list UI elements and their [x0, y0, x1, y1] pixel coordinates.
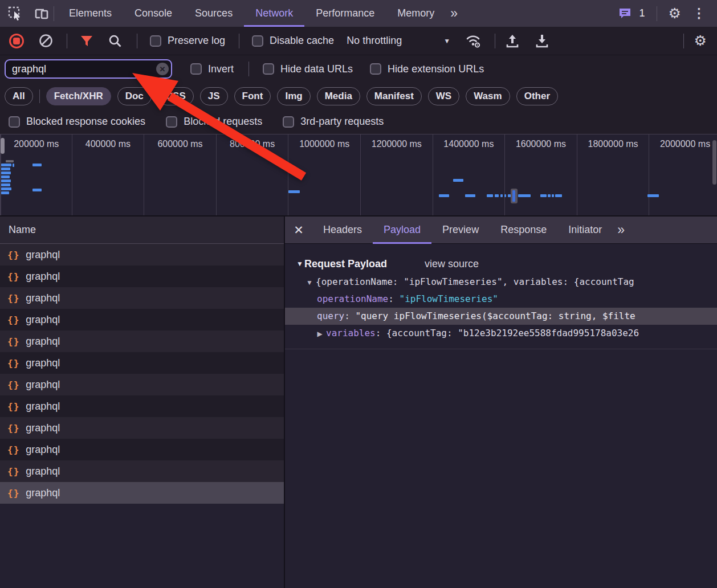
- details-tab-preview[interactable]: Preview: [431, 217, 490, 244]
- json-key: variables: [326, 328, 376, 338]
- tab-elements[interactable]: Elements: [58, 0, 123, 27]
- disable-cache-checkbox[interactable]: Disable cache: [252, 35, 334, 47]
- chip-ws[interactable]: WS: [428, 87, 459, 105]
- more-details-tabs-icon[interactable]: »: [613, 223, 629, 236]
- payload-preview-line[interactable]: ▼{operationName: "ipFlowTimeseries", var…: [285, 273, 717, 291]
- chip-manifest[interactable]: Manifest: [366, 87, 422, 105]
- payload-query-line-selected[interactable]: query: "query ipFlowTimeseries($accountT…: [285, 308, 717, 325]
- request-name: graphql: [26, 357, 60, 369]
- issues-count[interactable]: 1: [639, 7, 645, 19]
- chip-all[interactable]: All: [5, 87, 33, 105]
- filter-funnel-icon[interactable]: [80, 35, 93, 47]
- third-party-requests-checkbox[interactable]: 3rd-party requests: [283, 116, 384, 128]
- checkbox-box[interactable]: [263, 63, 274, 75]
- request-row[interactable]: {}graphql: [0, 460, 284, 482]
- more-tabs-icon[interactable]: »: [446, 7, 462, 20]
- request-row[interactable]: {}graphql: [0, 374, 284, 395]
- chip-img[interactable]: Img: [277, 87, 310, 105]
- payload-pane: ▼ Request Payload view source ▼{operatio…: [285, 244, 717, 349]
- checkbox-box[interactable]: [370, 63, 381, 75]
- chip-media[interactable]: Media: [317, 87, 360, 105]
- json-request-icon: {}: [7, 379, 19, 390]
- chip-other[interactable]: Other: [516, 87, 558, 105]
- search-icon[interactable]: [108, 34, 122, 48]
- json-request-icon: {}: [7, 271, 19, 282]
- tree-expanded-icon[interactable]: ▼: [303, 274, 316, 291]
- name-column-header[interactable]: Name: [0, 217, 284, 244]
- request-row[interactable]: {}graphql: [0, 352, 284, 374]
- waterfall-bar: [552, 194, 554, 197]
- throttling-dropdown[interactable]: No throttling ▼: [347, 35, 450, 47]
- chip-css[interactable]: CSS: [158, 87, 194, 105]
- tree-collapsed-icon[interactable]: ▶: [313, 325, 326, 342]
- checkbox-box[interactable]: [150, 35, 161, 47]
- chip-font[interactable]: Font: [234, 87, 271, 105]
- record-network-log-icon[interactable]: [9, 34, 24, 48]
- more-menu-icon[interactable]: ⋮: [689, 7, 709, 20]
- request-row[interactable]: {}graphql: [0, 287, 284, 309]
- request-row[interactable]: {}graphql: [0, 244, 284, 266]
- checkbox-box[interactable]: [190, 63, 202, 75]
- request-row[interactable]: {}graphql: [0, 417, 284, 439]
- network-overview-timeline[interactable]: 200000 ms 400000 ms 600000 ms 800000 ms …: [0, 134, 717, 217]
- export-har-icon[interactable]: [535, 34, 549, 48]
- tab-sources[interactable]: Sources: [184, 0, 244, 27]
- json-request-icon: {}: [7, 315, 19, 325]
- chip-wasm[interactable]: Wasm: [466, 87, 510, 105]
- checkbox-box[interactable]: [9, 116, 20, 128]
- close-details-icon[interactable]: ✕: [285, 217, 312, 244]
- clear-network-log-icon[interactable]: [39, 34, 53, 48]
- checkbox-box[interactable]: [252, 35, 263, 47]
- issues-message-icon[interactable]: [618, 7, 632, 19]
- details-tab-initiator[interactable]: Initiator: [557, 217, 613, 244]
- tab-performance[interactable]: Performance: [304, 0, 386, 27]
- chip-fetch-xhr[interactable]: Fetch/XHR: [46, 87, 111, 105]
- tab-network[interactable]: Network: [244, 0, 304, 27]
- json-request-icon: {}: [7, 423, 19, 434]
- filter-input[interactable]: [5, 59, 172, 79]
- timeline-scroll-thumb-right[interactable]: [712, 140, 716, 185]
- payload-operation-name-line[interactable]: operationName: "ipFlowTimeseries": [285, 291, 717, 308]
- request-row[interactable]: {}graphql: [0, 266, 284, 287]
- checkbox-box[interactable]: [283, 116, 294, 128]
- preserve-log-checkbox[interactable]: Preserve log: [150, 35, 225, 47]
- request-row[interactable]: {}graphql: [0, 309, 284, 330]
- divider: [657, 6, 657, 21]
- json-key: query: [317, 311, 344, 321]
- section-collapse-icon[interactable]: ▼: [296, 260, 303, 268]
- request-row[interactable]: {}graphql: [0, 439, 284, 460]
- waterfall-bar: [1, 164, 11, 166]
- invert-checkbox[interactable]: Invert: [190, 63, 234, 75]
- network-settings-gear-icon[interactable]: ⚙: [694, 34, 707, 48]
- waterfall-bar: [512, 190, 515, 202]
- divider: [248, 62, 249, 76]
- hide-extension-urls-checkbox[interactable]: Hide extension URLs: [370, 63, 484, 75]
- request-row[interactable]: {}graphql: [0, 395, 284, 417]
- hide-data-urls-checkbox[interactable]: Hide data URLs: [263, 63, 353, 75]
- payload-variables-line[interactable]: ▶variables: {accountTag: "b12e3b2192ee55…: [285, 325, 717, 342]
- blocked-response-cookies-checkbox[interactable]: Blocked response cookies: [9, 116, 145, 128]
- checkbox-box[interactable]: [166, 116, 177, 128]
- device-toolbar-icon[interactable]: [34, 7, 50, 21]
- json-key: operationName: [317, 293, 388, 304]
- timeline-scroll-thumb-left[interactable]: [1, 138, 5, 154]
- settings-gear-icon[interactable]: ⚙: [669, 6, 681, 21]
- request-row-selected[interactable]: {}graphql: [0, 482, 284, 504]
- network-conditions-icon[interactable]: [465, 34, 482, 48]
- tab-memory[interactable]: Memory: [386, 0, 446, 27]
- details-tab-response[interactable]: Response: [490, 217, 557, 244]
- import-har-icon[interactable]: [506, 34, 519, 48]
- inspect-element-icon[interactable]: [8, 6, 23, 21]
- request-row[interactable]: {}graphql: [0, 330, 284, 352]
- blocked-requests-checkbox[interactable]: Blocked requests: [166, 116, 262, 128]
- chip-js[interactable]: JS: [200, 87, 228, 105]
- details-tab-headers[interactable]: Headers: [312, 217, 373, 244]
- request-type-filters: All Fetch/XHR Doc CSS JS Font Img Media …: [0, 83, 717, 109]
- tab-console[interactable]: Console: [123, 0, 184, 27]
- view-source-link[interactable]: view source: [425, 258, 479, 270]
- disable-cache-label: Disable cache: [270, 35, 334, 47]
- details-tab-payload[interactable]: Payload: [373, 217, 431, 244]
- chip-doc[interactable]: Doc: [117, 87, 152, 105]
- clear-filter-icon[interactable]: ✕: [156, 63, 169, 75]
- json-request-icon: {}: [7, 488, 19, 499]
